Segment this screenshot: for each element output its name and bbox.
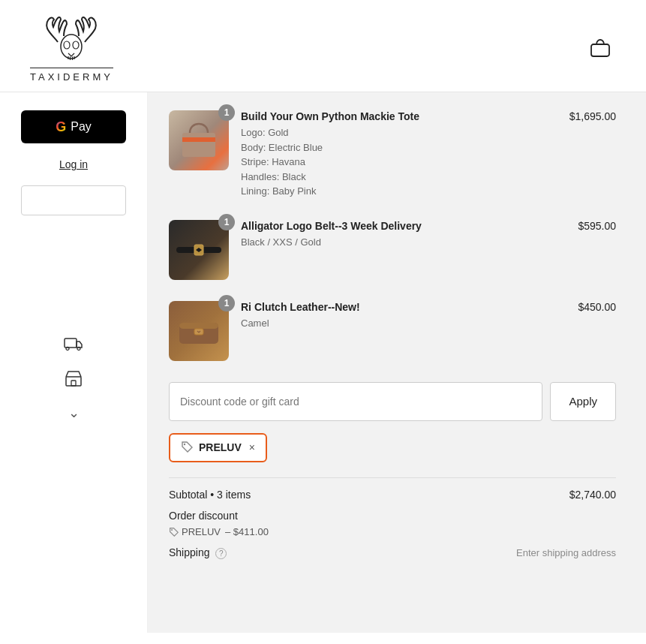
shipping-info-icon[interactable]: ? — [215, 548, 227, 559]
brand-name: TAXIDERMY — [30, 68, 113, 83]
svg-rect-14 — [179, 323, 218, 329]
attr-logo: Logo: Gold — [241, 125, 557, 140]
item-attrs-clutch: Camel — [241, 316, 566, 331]
coupon-tag-icon — [181, 441, 193, 455]
item-image-wrap-belt: 1 — [169, 220, 229, 280]
gpay-label: Pay — [71, 120, 92, 134]
discount-input[interactable] — [169, 382, 542, 421]
cart-content: 1 Build Your Own Python Mackie Tote Logo… — [148, 92, 646, 633]
shipping-icon-button[interactable] — [64, 336, 83, 357]
apply-button[interactable]: Apply — [550, 382, 616, 421]
item-attrs-tote: Logo: Gold Body: Electric Blue Stripe: H… — [241, 125, 557, 199]
truck-icon — [64, 336, 83, 352]
attr-body: Body: Electric Blue — [241, 140, 557, 155]
item-price-belt: $595.00 — [578, 220, 616, 232]
discount-tag-small: PRELUV — [169, 526, 221, 537]
subtotal-row: Subtotal • 3 items $2,740.00 — [169, 489, 616, 501]
svg-point-2 — [73, 41, 79, 49]
item-image-wrap-tote: 1 — [169, 110, 229, 170]
item-name-belt: Alligator Logo Belt--3 Week Delivery — [241, 220, 566, 232]
attr-stripe: Stripe: Havana — [241, 155, 557, 170]
item-price-tote: $1,695.00 — [569, 110, 616, 122]
sidebar-icons-area: ⌄ — [64, 336, 83, 421]
store-icon — [64, 369, 83, 388]
shipping-label: Shipping ? — [169, 546, 227, 559]
gpay-button[interactable]: G Pay — [21, 110, 126, 143]
item-details-clutch: Ri Clutch Leather--New! Camel — [241, 301, 566, 331]
coupon-tag-wrap: PRELUV × — [169, 433, 616, 462]
item-image-clutch — [169, 301, 229, 361]
subtotal-value: $2,740.00 — [569, 489, 616, 501]
svg-rect-7 — [66, 377, 81, 386]
svg-rect-4 — [65, 339, 77, 348]
login-button[interactable]: Log in — [59, 158, 88, 170]
small-tag-icon — [169, 527, 179, 537]
attr-handles: Handles: Black — [241, 170, 557, 185]
item-image-belt — [169, 220, 229, 280]
divider-1 — [169, 477, 616, 478]
item-name-tote: Build Your Own Python Mackie Tote — [241, 110, 557, 122]
cart-item-belt: 1 Alligator Logo Belt--3 Week Delivery B… — [169, 220, 616, 280]
svg-point-16 — [184, 443, 185, 444]
item-details-belt: Alligator Logo Belt--3 Week Delivery Bla… — [241, 220, 566, 250]
cart-item-tote: 1 Build Your Own Python Mackie Tote Logo… — [169, 110, 616, 199]
main-layout: G Pay Log in — [0, 92, 646, 633]
coupon-code-label: PRELUV — [199, 441, 242, 453]
svg-point-5 — [66, 348, 69, 351]
svg-point-17 — [171, 529, 173, 531]
svg-rect-9 — [182, 133, 215, 157]
sidebar-input[interactable] — [21, 185, 126, 215]
subtotal-label: Subtotal • 3 items — [169, 489, 251, 501]
discount-code-row: PRELUV – $411.00 — [169, 526, 616, 537]
tag-icon — [181, 441, 193, 453]
attr-lining: Lining: Baby Pink — [241, 184, 557, 199]
order-discount-row: Order discount — [169, 510, 616, 522]
logo-icon — [41, 14, 101, 66]
item-qty-tote: 1 — [218, 104, 235, 121]
item-name-clutch: Ri Clutch Leather--New! — [241, 301, 566, 313]
expand-chevron-button[interactable]: ⌄ — [68, 405, 80, 421]
coupon-remove-button[interactable]: × — [249, 442, 255, 453]
svg-point-6 — [77, 348, 80, 351]
gpay-g-letter: G — [56, 119, 66, 135]
cart-item-clutch: 1 Ri Clutch Leather--New! Camel $450.00 — [169, 301, 616, 361]
item-image-wrap-clutch: 1 — [169, 301, 229, 361]
logo-area: TAXIDERMY — [30, 14, 113, 83]
discount-section: Apply — [169, 382, 616, 421]
shipping-value: Enter shipping address — [516, 547, 616, 558]
store-icon-button[interactable] — [64, 369, 83, 393]
item-attrs-belt: Black / XXS / Gold — [241, 235, 566, 250]
left-sidebar: G Pay Log in — [0, 92, 148, 633]
item-image-tote — [169, 110, 229, 170]
shipping-row: Shipping ? Enter shipping address — [169, 546, 616, 559]
discount-amount: – $411.00 — [225, 526, 269, 537]
order-discount-label: Order discount — [169, 510, 238, 522]
site-header: TAXIDERMY — [0, 0, 646, 92]
svg-rect-15 — [194, 329, 203, 335]
svg-rect-3 — [591, 44, 609, 56]
coupon-tag: PRELUV × — [169, 433, 267, 462]
discount-code-name: PRELUV — [182, 526, 221, 537]
svg-point-1 — [64, 41, 70, 49]
item-qty-belt: 1 — [218, 214, 235, 230]
item-price-clutch: $450.00 — [578, 301, 616, 313]
cart-button[interactable] — [584, 32, 616, 65]
svg-rect-10 — [182, 137, 215, 142]
svg-rect-8 — [71, 381, 76, 386]
cart-icon — [587, 35, 613, 60]
item-qty-clutch: 1 — [218, 295, 235, 311]
item-details-tote: Build Your Own Python Mackie Tote Logo: … — [241, 110, 557, 199]
